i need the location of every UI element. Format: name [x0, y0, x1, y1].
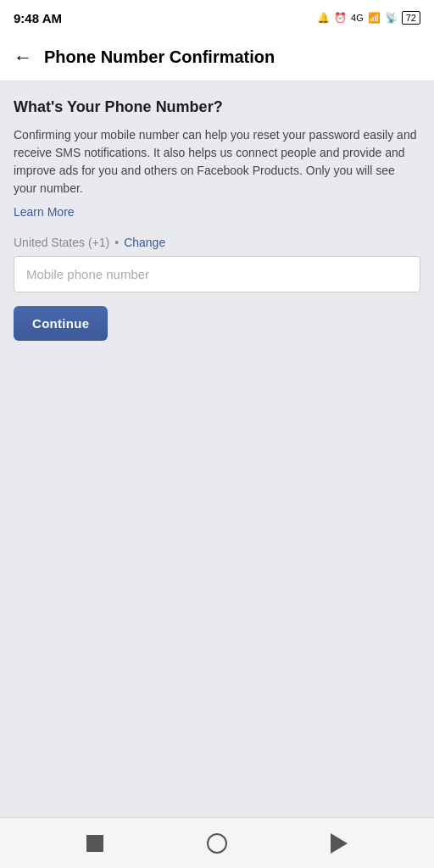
sim-icon: 4G [351, 13, 364, 23]
phone-confirmation-card: What's Your Phone Number? Confirming you… [14, 98, 420, 341]
learn-more-link[interactable]: Learn More [14, 205, 75, 219]
square-icon [86, 835, 103, 852]
status-icons: 🔔 ⏰ 4G 📶 📡 72 [317, 11, 420, 25]
triangle-icon [331, 833, 348, 854]
bottom-nav [0, 817, 434, 868]
page-title: Phone Number Confirmation [44, 47, 275, 67]
circle-icon [207, 833, 227, 854]
continue-button[interactable]: Continue [14, 306, 108, 341]
country-name: United States (+1) [14, 236, 109, 249]
dot-separator: • [114, 236, 119, 249]
back-nav-button[interactable] [200, 826, 234, 860]
phone-number-input[interactable] [14, 256, 420, 292]
status-time: 9:48 AM [14, 11, 62, 25]
card-heading: What's Your Phone Number? [14, 98, 420, 116]
home-button[interactable] [78, 826, 112, 860]
change-country-link[interactable]: Change [124, 236, 165, 249]
clock-icon: ⏰ [334, 12, 347, 24]
alarm-icon: 🔔 [317, 12, 330, 24]
recents-button[interactable] [322, 826, 356, 860]
card-description: Confirming your mobile number can help y… [14, 126, 420, 198]
wifi-icon: 📡 [385, 12, 398, 24]
battery-icon: 72 [402, 11, 420, 25]
signal-icon: 📶 [368, 12, 381, 24]
back-button[interactable]: ← [14, 47, 32, 69]
main-content: What's Your Phone Number? Confirming you… [0, 81, 434, 817]
country-selector: United States (+1) • Change [14, 236, 420, 249]
nav-bar: ← Phone Number Confirmation [0, 34, 434, 81]
status-bar: 9:48 AM 🔔 ⏰ 4G 📶 📡 72 [0, 0, 434, 34]
